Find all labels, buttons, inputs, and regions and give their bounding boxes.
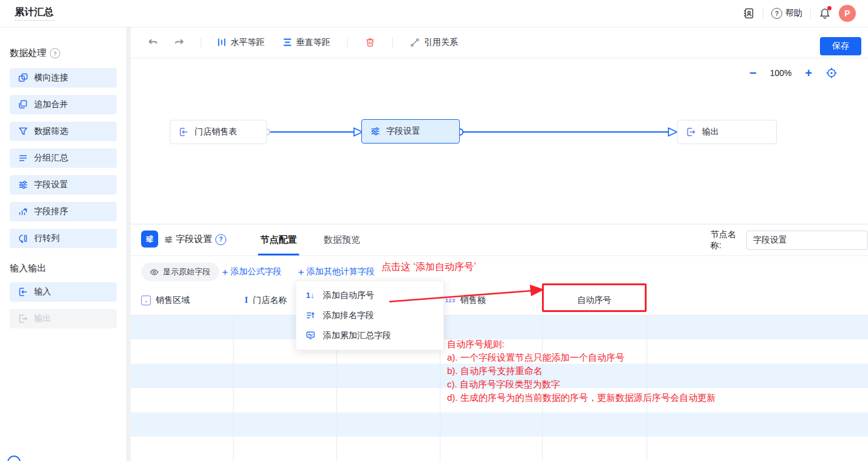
field-settings-node-icon: [141, 230, 158, 248]
app-screen: 累计汇总 ? 帮助 P 数据处理 ? 横向连接: [0, 0, 868, 461]
add-other-calc-field-button[interactable]: + 添加其他计算字段: [298, 263, 375, 281]
sidebar-item-input[interactable]: 输入: [10, 282, 117, 302]
config-panel: 字段设置 ? 节点配置 数据预览 节点名称: 显示原始字段 + 添加公式字段 +…: [131, 224, 868, 461]
sidebar-item-label: 字段排序: [34, 206, 68, 217]
delete-icon[interactable]: [365, 37, 375, 47]
add-other-calc-field-label: 添加其他计算字段: [307, 266, 375, 277]
show-original-fields-label: 显示原始字段: [163, 266, 210, 277]
annotation-rule: d). 生成的序号为的当前数据的序号，更新数据源后序号会自动更新: [447, 391, 716, 404]
filter-icon: [18, 127, 28, 136]
output-icon: [18, 314, 28, 324]
help-button[interactable]: ? 帮助: [771, 8, 802, 19]
flow-node-output[interactable]: 输出: [677, 120, 777, 144]
sidebar-item-row-to-column[interactable]: 行转列: [10, 229, 117, 248]
manual-book-icon[interactable]: [743, 7, 755, 19]
node-label: 字段设置: [386, 126, 420, 137]
sidebar-item-horizontal-join[interactable]: 横向连接: [10, 68, 117, 88]
help-circle-icon[interactable]: ?: [50, 48, 60, 58]
notification-dot: [827, 6, 832, 10]
tab-data-preview[interactable]: 数据预览: [324, 224, 360, 255]
section-title: 数据处理: [10, 47, 46, 59]
column-header-label: 门店名称: [253, 295, 287, 306]
append-merge-icon: [18, 100, 28, 109]
node-label: 输出: [702, 127, 719, 137]
flow-node-input-table[interactable]: 门店销售表: [170, 120, 267, 144]
page-title: 累计汇总: [15, 7, 54, 21]
horizontal-spacing-icon: [217, 38, 226, 47]
panel-tabs: 节点配置 数据预览: [260, 224, 360, 255]
field-settings-icon: [370, 127, 380, 136]
vertical-spacing-button[interactable]: 垂直等距: [283, 37, 330, 48]
help-label: 帮助: [785, 8, 802, 19]
eye-icon: [150, 268, 159, 277]
sidebar-section-data-processing: 数据处理 ?: [10, 47, 127, 59]
annotation-arrow: [365, 277, 554, 313]
sidebar-item-label: 行转列: [34, 233, 60, 244]
node-name-group: 节点名称:: [710, 224, 868, 255]
rank-field-icon: [306, 311, 317, 320]
divider: [201, 38, 201, 47]
question-icon: ?: [771, 8, 782, 19]
sidebar-item-field-sort[interactable]: 字段排序: [10, 202, 117, 221]
node-name-label: 节点名称:: [710, 229, 740, 251]
group-summary-icon: [18, 153, 28, 163]
sidebar-gutter: [127, 27, 131, 461]
sidebar-item-field-settings[interactable]: 字段设置: [10, 175, 117, 195]
panel-title: 字段设置: [176, 234, 212, 245]
annotation-rules: 自动序号规则: a). 一个字段设置节点只能添加一个自动序号 b). 自动序号支…: [447, 338, 716, 404]
tab-node-config[interactable]: 节点配置: [260, 224, 297, 255]
divider: [763, 9, 763, 18]
column-header-label: 销售区域: [156, 295, 190, 306]
notification-bell-icon[interactable]: [819, 7, 831, 19]
annotation-rule: b). 自动序号支持重命名: [447, 364, 716, 378]
sidebar-item-group-summary[interactable]: 分组汇总: [10, 148, 117, 168]
panel-header: 字段设置 ? 节点配置 数据预览 节点名称:: [131, 224, 868, 256]
reference-relation-button[interactable]: 引用关系: [410, 37, 458, 48]
horizontal-spacing-button[interactable]: 水平等距: [217, 37, 265, 48]
sidebar: 数据处理 ? 横向连接 追加合并 数据筛选 分组汇总 字段设置 字段排序: [0, 27, 127, 461]
annotation-highlight-box: [542, 283, 647, 312]
plus-icon: +: [298, 267, 304, 277]
save-button[interactable]: 保存: [820, 37, 861, 55]
flow-node-field-settings[interactable]: 字段设置: [361, 119, 460, 144]
input-icon: [18, 287, 28, 297]
node-label: 门店销售表: [195, 127, 237, 137]
panel-title-group: 字段设置 ?: [164, 234, 226, 245]
table-row: [131, 437, 868, 461]
annotation-rule: c). 自动序号字段类型为数字: [447, 378, 716, 391]
canvas-toolbar: 水平等距 垂直等距 引用关系: [131, 27, 868, 58]
vertical-spacing-icon: [283, 38, 292, 47]
auto-number-icon: 1↓: [306, 291, 317, 300]
column-header-sales-region[interactable]: ⌄ 销售区域: [141, 285, 190, 315]
table-row: [131, 412, 868, 437]
sidebar-item-label: 输出: [34, 313, 51, 324]
help-circle-icon[interactable]: ?: [215, 234, 226, 245]
top-bar: 累计汇总 ? 帮助 P: [0, 0, 868, 27]
vertical-spacing-label: 垂直等距: [296, 37, 330, 48]
column-header-store-name[interactable]: I 门店名称: [245, 285, 287, 315]
annotation-click-tip: 点击这 ‘添加自动序号’: [381, 261, 476, 274]
sidebar-item-label: 横向连接: [34, 72, 68, 83]
sidebar-item-append-merge[interactable]: 追加合并: [10, 95, 117, 114]
menu-item-label: 添加累加汇总字段: [323, 330, 391, 341]
divider: [392, 38, 393, 47]
sidebar-item-data-filter[interactable]: 数据筛选: [10, 122, 117, 141]
menu-item-add-cumulative-field[interactable]: 添加累加汇总字段: [296, 325, 443, 345]
output-icon: [686, 127, 696, 137]
horizontal-spacing-label: 水平等距: [231, 37, 265, 48]
table-row: [131, 315, 868, 339]
annotation-rules-title: 自动序号规则:: [447, 338, 716, 351]
node-name-input[interactable]: [746, 230, 868, 250]
reference-relation-icon: [410, 38, 420, 47]
add-formula-field-label: 添加公式字段: [231, 266, 282, 277]
show-original-fields-button[interactable]: 显示原始字段: [141, 263, 219, 281]
field-settings-mini-icon: [164, 235, 173, 244]
redo-icon[interactable]: [174, 37, 185, 48]
sidebar-item-label: 分组汇总: [34, 153, 68, 164]
undo-icon[interactable]: [147, 37, 158, 48]
add-formula-field-button[interactable]: + 添加公式字段: [222, 263, 282, 281]
avatar[interactable]: P: [839, 5, 856, 22]
sidebar-item-label: 输入: [34, 286, 51, 297]
field-settings-icon: [18, 180, 28, 190]
plus-icon: +: [222, 267, 228, 277]
